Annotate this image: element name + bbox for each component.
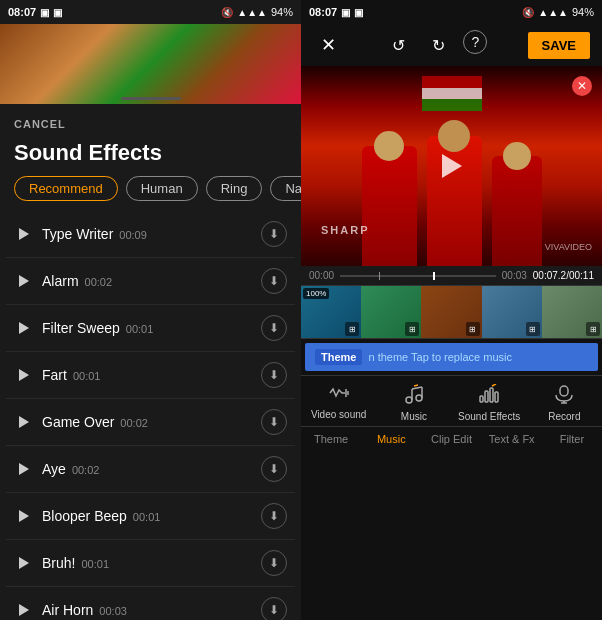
- nav-label-1: Music: [377, 433, 406, 445]
- sound-info-4: Game Over 00:02: [42, 414, 261, 430]
- play-button-3[interactable]: [14, 365, 34, 385]
- close-button[interactable]: ✕: [313, 30, 343, 60]
- tab-human[interactable]: Human: [126, 176, 198, 201]
- thumb-segment-2: ⊞: [361, 286, 421, 338]
- right-time: 08:07: [309, 6, 337, 18]
- sound-item[interactable]: Fart 00:01 ⬇: [6, 352, 295, 399]
- sound-info-8: Air Horn 00:03: [42, 602, 261, 618]
- play-triangle-icon: [442, 154, 462, 178]
- tool-label-3: Record: [548, 411, 580, 422]
- svg-rect-7: [490, 388, 493, 402]
- thumb-segment-4: ⊞: [482, 286, 542, 338]
- tool-record[interactable]: Record: [527, 384, 602, 422]
- play-button-7[interactable]: [14, 553, 34, 573]
- tab-ring[interactable]: Ring: [206, 176, 263, 201]
- cancel-label[interactable]: CANCEL: [14, 118, 66, 130]
- sound-item[interactable]: Bruh! 00:01 ⬇: [6, 540, 295, 587]
- nav-music[interactable]: Music: [361, 433, 421, 445]
- record-icon: [553, 384, 575, 407]
- download-btn-0[interactable]: ⬇: [261, 221, 287, 247]
- play-triangle-0: [19, 228, 29, 240]
- redo-button[interactable]: ↻: [423, 30, 453, 60]
- download-btn-1[interactable]: ⬇: [261, 268, 287, 294]
- theme-bar[interactable]: Theme n theme Tap to replace music: [305, 343, 598, 371]
- save-button[interactable]: SAVE: [528, 32, 590, 59]
- sound-item[interactable]: Type Writer 00:09 ⬇: [6, 211, 295, 258]
- download-btn-5[interactable]: ⬇: [261, 456, 287, 482]
- left-icon1: ▣: [40, 7, 49, 18]
- cancel-bar[interactable]: CANCEL: [0, 104, 301, 136]
- timeline-scrubber[interactable]: [340, 275, 496, 277]
- left-status-bar: 08:07 ▣ ▣ 🔇 ▲▲▲ 94%: [0, 0, 301, 24]
- sound-dur-4: 00:02: [120, 417, 148, 429]
- play-button-5[interactable]: [14, 459, 34, 479]
- sound-effects-title: Sound Effects: [0, 136, 301, 176]
- download-btn-3[interactable]: ⬇: [261, 362, 287, 388]
- svg-line-4: [412, 387, 422, 389]
- play-button-1[interactable]: [14, 271, 34, 291]
- nav-filter[interactable]: Filter: [542, 433, 602, 445]
- vivavideo-watermark: VIVAVIDEO: [545, 242, 592, 252]
- sound-dur-2: 00:01: [126, 323, 154, 335]
- delete-badge[interactable]: ✕: [572, 76, 592, 96]
- sound-item[interactable]: Blooper Beep 00:01 ⬇: [6, 493, 295, 540]
- right-status-bar: 08:07 ▣ ▣ 🔇 ▲▲▲ 94%: [301, 0, 602, 24]
- timeline-start: 00:00: [309, 270, 334, 281]
- music-icon: [403, 384, 425, 407]
- download-icon-3: ⬇: [269, 369, 279, 381]
- play-button-8[interactable]: [14, 600, 34, 620]
- help-button[interactable]: ?: [463, 30, 487, 54]
- sound-name-2: Filter Sweep: [42, 320, 120, 336]
- video-play-button[interactable]: [434, 148, 470, 184]
- play-triangle-4: [19, 416, 29, 428]
- percent-badge: 100%: [303, 288, 329, 299]
- play-button-4[interactable]: [14, 412, 34, 432]
- play-triangle-8: [19, 604, 29, 616]
- play-button-0[interactable]: [14, 224, 34, 244]
- sound-list: Type Writer 00:09 ⬇ Alarm 00:02 ⬇ Filter…: [0, 211, 301, 620]
- bottom-tools: Video sound Music: [301, 375, 602, 427]
- sharp-watermark: SHARP: [321, 224, 370, 236]
- download-btn-2[interactable]: ⬇: [261, 315, 287, 341]
- sound-item[interactable]: Filter Sweep 00:01 ⬇: [6, 305, 295, 352]
- download-btn-7[interactable]: ⬇: [261, 550, 287, 576]
- nav-label-3: Text & Fx: [489, 433, 535, 445]
- download-icon-0: ⬇: [269, 228, 279, 240]
- thumb-icon-4: ⊞: [526, 322, 540, 336]
- download-btn-6[interactable]: ⬇: [261, 503, 287, 529]
- sound-item[interactable]: Game Over 00:02 ⬇: [6, 399, 295, 446]
- thumb-icon-5: ⊞: [586, 322, 600, 336]
- tool-sound-effects[interactable]: Sound Effects: [452, 384, 527, 422]
- tool-music[interactable]: Music: [376, 384, 451, 422]
- download-icon-5: ⬇: [269, 463, 279, 475]
- nav-text-fx[interactable]: Text & Fx: [482, 433, 542, 445]
- sound-name-3: Fart: [42, 367, 67, 383]
- top-thumbnail: [0, 24, 301, 104]
- nav-label-0: Theme: [314, 433, 348, 445]
- sound-dur-0: 00:09: [119, 229, 147, 241]
- nav-theme[interactable]: Theme: [301, 433, 361, 445]
- nav-clip-edit[interactable]: Clip Edit: [421, 433, 481, 445]
- tab-nature[interactable]: Nature: [270, 176, 301, 201]
- sound-item[interactable]: Alarm 00:02 ⬇: [6, 258, 295, 305]
- sound-info-3: Fart 00:01: [42, 367, 261, 383]
- left-icon2: ▣: [53, 7, 62, 18]
- left-status-left: 08:07 ▣ ▣: [8, 6, 62, 18]
- sound-info-1: Alarm 00:02: [42, 273, 261, 289]
- right-signal-icon: ▲▲▲: [538, 7, 568, 18]
- sound-item[interactable]: Air Horn 00:03 ⬇: [6, 587, 295, 620]
- tool-video-sound[interactable]: Video sound: [301, 384, 376, 422]
- sound-name-7: Bruh!: [42, 555, 75, 571]
- sound-dur-7: 00:01: [81, 558, 109, 570]
- svg-rect-5: [480, 396, 483, 402]
- video-preview: ✕ SHARP VIVAVIDEO: [301, 66, 602, 266]
- tab-recommend[interactable]: Recommend: [14, 176, 118, 201]
- download-btn-4[interactable]: ⬇: [261, 409, 287, 435]
- download-btn-8[interactable]: ⬇: [261, 597, 287, 620]
- timeline-mid1: 00:03: [502, 270, 527, 281]
- download-icon-7: ⬇: [269, 557, 279, 569]
- sound-item[interactable]: Aye 00:02 ⬇: [6, 446, 295, 493]
- undo-button[interactable]: ↺: [383, 30, 413, 60]
- play-button-6[interactable]: [14, 506, 34, 526]
- play-button-2[interactable]: [14, 318, 34, 338]
